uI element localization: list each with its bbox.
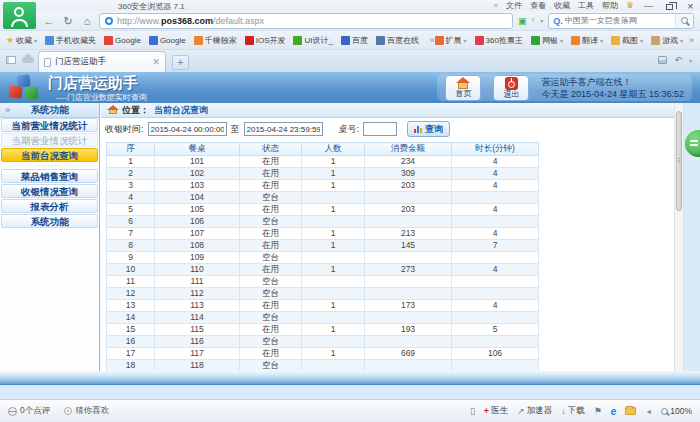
chevron-down-icon[interactable]: ▾ bbox=[689, 57, 692, 64]
table-row[interactable]: 14114空台 bbox=[107, 312, 539, 324]
sidebar-item[interactable]: 菜品销售查询 bbox=[1, 169, 98, 183]
table-row[interactable]: 12112空台 bbox=[107, 288, 539, 300]
chevron-down-icon[interactable]: ▾ bbox=[540, 17, 543, 24]
plugin-item[interactable]: 截图▾ bbox=[611, 35, 643, 46]
table-row[interactable]: 1101在用12344 bbox=[107, 156, 539, 168]
statusbar-item[interactable]: e bbox=[611, 406, 617, 417]
menu-item[interactable]: 查看 bbox=[530, 0, 546, 11]
table-row[interactable]: 3103在用12034 bbox=[107, 180, 539, 192]
table-row[interactable]: 9109空台 bbox=[107, 252, 539, 264]
menu-item[interactable]: 文件 bbox=[506, 0, 522, 11]
home-button[interactable]: ⌂ bbox=[80, 14, 94, 28]
table-row[interactable]: 13113在用11734 bbox=[107, 300, 539, 312]
table-no-input[interactable] bbox=[363, 122, 397, 136]
reviews-item[interactable]: 0个点评 bbox=[8, 405, 50, 417]
restore-button[interactable] bbox=[663, 1, 676, 11]
menu-item[interactable]: 帮助 bbox=[602, 0, 618, 11]
table-row[interactable]: 8108在用11457 bbox=[107, 240, 539, 252]
time-to-input[interactable] bbox=[244, 122, 323, 136]
tab-active[interactable]: 门店营运助手 ✕ bbox=[38, 51, 166, 72]
download-icon: ↓ bbox=[561, 406, 566, 416]
speed-icon[interactable]: ▣ bbox=[518, 16, 527, 26]
plugin-item[interactable]: 翻译▾ bbox=[571, 35, 603, 46]
bookmark-item[interactable]: ★收藏▾ bbox=[6, 35, 37, 46]
bookmark-item[interactable]: Google bbox=[149, 36, 186, 45]
bookmark-item[interactable]: Google bbox=[104, 36, 141, 45]
statusbar-item[interactable]: ◄ bbox=[645, 408, 652, 415]
bookmark-item[interactable]: 百度 bbox=[341, 35, 368, 46]
close-button[interactable]: × bbox=[684, 1, 697, 11]
plugin-item[interactable]: 扩展▾ bbox=[435, 35, 467, 46]
table-row[interactable]: 5105在用12034 bbox=[107, 204, 539, 216]
side-panel-icon[interactable] bbox=[6, 56, 16, 64]
table-row[interactable]: 11111空台 bbox=[107, 276, 539, 288]
statusbar-item[interactable]: +医生 bbox=[484, 405, 508, 417]
search-input[interactable] bbox=[565, 16, 675, 25]
refresh-button[interactable]: ↻ bbox=[61, 14, 75, 28]
table-cell: 4 bbox=[452, 204, 539, 216]
sidebar-item[interactable]: 当期营业情况统计 bbox=[1, 133, 98, 147]
table-row[interactable]: 2102在用13094 bbox=[107, 168, 539, 180]
statusbar-item[interactable]: ▯ bbox=[470, 406, 475, 416]
address-bar[interactable]: http://www.pos368.com/default.aspx bbox=[99, 13, 513, 29]
plugin-item[interactable]: 360抢票王 bbox=[475, 35, 523, 46]
bookmark-item[interactable]: 百度在线 bbox=[376, 35, 419, 46]
menu-item[interactable]: 收藏 bbox=[554, 0, 570, 11]
user-avatar-icon[interactable] bbox=[3, 2, 36, 29]
table-row[interactable]: 6106空台 bbox=[107, 216, 539, 228]
plugin-item[interactable]: 网银▾ bbox=[531, 35, 563, 46]
menu-item[interactable]: 工具 bbox=[578, 0, 594, 11]
sidebar-header[interactable]: » 系统功能 bbox=[0, 103, 99, 118]
table-cell bbox=[302, 288, 365, 300]
more-menus-icon[interactable]: » bbox=[493, 1, 497, 10]
table-cell: 114 bbox=[155, 312, 240, 324]
query-button[interactable]: 查询 bbox=[407, 121, 450, 137]
table-cell bbox=[365, 252, 452, 264]
statusbar-item[interactable]: ⚑ bbox=[594, 406, 602, 416]
bookmark-item[interactable]: IOS开发 bbox=[245, 35, 286, 46]
table-row[interactable]: 16116空台 bbox=[107, 336, 539, 348]
scrollbar[interactable] bbox=[674, 103, 684, 385]
bolt-icon[interactable]: ⚡ bbox=[531, 16, 537, 25]
recommend-item[interactable]: 猜你喜欢 bbox=[64, 405, 109, 417]
table-row[interactable]: 17117在用1669106 bbox=[107, 348, 539, 360]
bookmark-item[interactable]: UI设计_ bbox=[293, 35, 332, 46]
bookmark-item[interactable]: 手机收藏夹 bbox=[45, 35, 96, 46]
sidebar-item[interactable]: 收银情况查询 bbox=[1, 184, 98, 198]
sidebar-item[interactable]: 报表分析 bbox=[1, 199, 98, 213]
tab-close-icon[interactable]: ✕ bbox=[152, 58, 160, 67]
plugin-item[interactable]: 游戏▾ bbox=[651, 35, 683, 46]
back-button[interactable]: ← bbox=[42, 14, 56, 28]
table-row[interactable]: 18118空台 bbox=[107, 360, 539, 372]
statusbar-item[interactable]: 100% bbox=[661, 406, 692, 416]
app-home-button[interactable]: 首页 bbox=[445, 75, 481, 101]
statusbar-item[interactable]: ↗加速器 bbox=[517, 405, 552, 417]
table-row[interactable]: 4104空台 bbox=[107, 192, 539, 204]
table-row[interactable]: 15115在用11935 bbox=[107, 324, 539, 336]
minimize-button[interactable]: — bbox=[642, 1, 655, 11]
search-box[interactable]: Q. bbox=[548, 13, 694, 29]
sidebar-item[interactable]: 当前营业情况统计 bbox=[1, 118, 98, 132]
scrollbar-thumb[interactable] bbox=[676, 111, 682, 211]
bookmark-label: 360抢票王 bbox=[486, 35, 523, 46]
screenshot-icon[interactable] bbox=[658, 56, 667, 64]
search-button[interactable] bbox=[675, 14, 693, 28]
table-row[interactable]: 10110在用12734 bbox=[107, 264, 539, 276]
statusbar-item[interactable] bbox=[625, 407, 636, 415]
statusbar-item[interactable]: ↓下载 bbox=[561, 405, 585, 417]
bookmark-favicon bbox=[611, 36, 620, 45]
breadcrumb-current: 当前台况查询 bbox=[154, 104, 208, 117]
reopen-tab-icon[interactable]: ↶ bbox=[674, 55, 682, 65]
table-cell bbox=[365, 276, 452, 288]
app-exit-button[interactable]: 退出 bbox=[493, 75, 529, 101]
time-from-input[interactable] bbox=[148, 122, 227, 136]
sidebar-item[interactable]: 当前台况查询 bbox=[1, 148, 98, 162]
vip-crown-icon[interactable]: ♛ bbox=[626, 1, 634, 10]
cloud-sync-icon[interactable] bbox=[22, 57, 34, 63]
bookmark-item[interactable]: 千橡独家 bbox=[194, 35, 237, 46]
new-tab-button[interactable]: + bbox=[172, 55, 189, 70]
table-row[interactable]: 7107在用12134 bbox=[107, 228, 539, 240]
more-plugins-icon[interactable]: » bbox=[689, 35, 694, 45]
table-cell: 4 bbox=[452, 168, 539, 180]
sidebar-item[interactable]: 系统功能 bbox=[1, 214, 98, 228]
